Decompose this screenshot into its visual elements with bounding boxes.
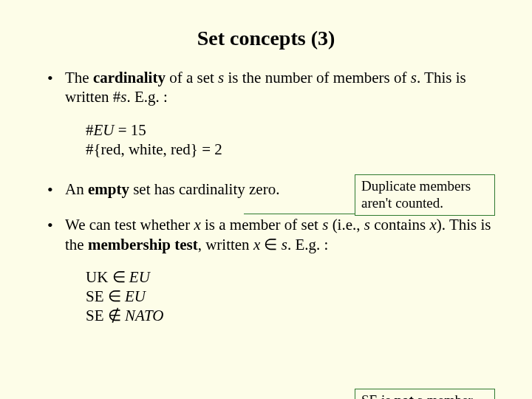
hash: # [86, 121, 94, 139]
set-uk: UK [86, 268, 108, 286]
term-cardinality: cardinality [93, 69, 166, 86]
example-line: #EU = 15 [86, 120, 497, 140]
text: . E.g. : [126, 88, 167, 106]
callout-line: SE is not a member [361, 392, 488, 399]
set-se: SE [86, 287, 104, 305]
var-x: x [253, 236, 260, 253]
var-s: s [411, 69, 417, 86]
text: of a set [166, 69, 218, 86]
set-eu: EU [129, 268, 150, 286]
example-line: #{red, white, red} = 2 [86, 140, 497, 159]
element-of: ∈ [108, 268, 129, 286]
text: An [65, 180, 88, 198]
example-membership: UK ∈ EU SE ∈ EU SE ∉ NATO [86, 267, 497, 326]
text: The [65, 69, 93, 86]
var-x: x [429, 216, 436, 233]
text: contains [370, 216, 429, 233]
set-eu: EU [125, 287, 146, 305]
set-nato: NATO [125, 307, 164, 324]
example-line: SE ∈ EU [86, 287, 497, 306]
text: SE is [361, 392, 394, 399]
callout-connector [244, 214, 355, 214]
emph-not: not [394, 392, 413, 399]
var-s: s [282, 236, 287, 253]
bullet-cardinality: The cardinality of a set s is the number… [44, 68, 497, 107]
example-line: UK ∈ EU [86, 267, 497, 287]
var-x: x [194, 216, 200, 233]
set-eu: EU [94, 121, 115, 139]
eq: = 15 [115, 121, 146, 139]
term-empty: empty [88, 180, 129, 198]
set-se: SE [86, 307, 104, 324]
var-s: s [364, 216, 370, 233]
slide-title: Set concepts (3) [0, 0, 532, 68]
not-element-of: ∉ [104, 307, 126, 324]
text: is a member of set [201, 216, 322, 233]
text: , written [198, 236, 253, 253]
element-of: ∈ [104, 287, 126, 305]
text: We can test whether [65, 216, 194, 233]
example-line: SE ∉ NATO [86, 306, 497, 325]
example-cardinality: #EU = 15 #{red, white, red} = 2 [86, 120, 497, 160]
text: is the number of members of [224, 69, 411, 86]
text: . E.g. : [287, 236, 328, 253]
callout-se-nato: SE is not a member of NATO. [355, 389, 495, 399]
term-membership-test: membership test [88, 236, 198, 253]
text: set has cardinality zero. [129, 180, 280, 198]
element-of: ∈ [260, 236, 282, 253]
slide-content: The cardinality of a set s is the number… [0, 68, 532, 326]
bullet-empty-set: An empty set has cardinality zero. [44, 180, 497, 199]
text: (i.e., [328, 216, 364, 233]
text: a member [414, 392, 473, 399]
bullet-membership: We can test whether x is a member of set… [44, 215, 497, 254]
